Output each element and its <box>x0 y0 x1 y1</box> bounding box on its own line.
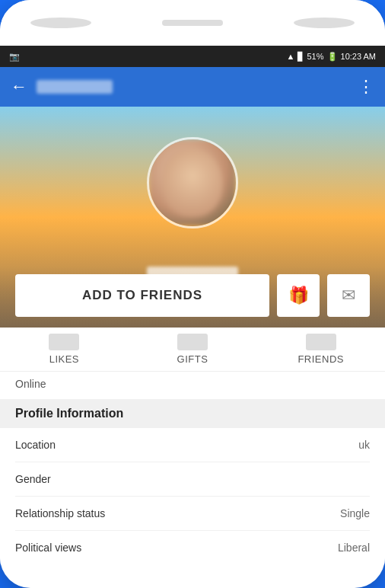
tab-friends-label: FRIENDS <box>298 353 344 365</box>
app-bar: ← ⋮ <box>0 67 385 107</box>
camera <box>294 18 355 28</box>
phone-top-hardware <box>0 0 385 46</box>
section-title: Profile Information <box>15 407 123 420</box>
gift-button[interactable]: 🎁 <box>277 274 320 317</box>
time-display: 10:23 AM <box>341 52 376 61</box>
info-rows: Location uk Gender Relationship status S… <box>0 428 385 564</box>
political-label: Political views <box>15 542 81 554</box>
gender-label: Gender <box>15 473 51 485</box>
avatar-face <box>162 149 223 217</box>
tab-gifts[interactable]: GIFTS <box>129 334 257 371</box>
online-status: Online <box>0 372 385 396</box>
table-row: Location uk <box>15 428 370 462</box>
more-options-button[interactable]: ⋮ <box>358 77 374 97</box>
avatar[interactable] <box>147 137 238 228</box>
phone-frame: 📷 ▲ ▊ 51% 🔋 10:23 AM ← ⋮ <box>0 0 385 588</box>
location-label: Location <box>15 439 56 451</box>
add-to-friends-button[interactable]: ADD TO FRIENDS <box>15 274 269 317</box>
status-left: 📷 <box>9 52 20 62</box>
avatar-image <box>149 139 236 226</box>
tab-likes-label: LIKES <box>49 353 79 365</box>
tab-likes[interactable]: LIKES <box>0 334 129 371</box>
action-buttons: ADD TO FRIENDS 🎁 ✉ <box>0 274 385 328</box>
app-bar-left: ← <box>11 77 113 97</box>
back-button[interactable]: ← <box>11 77 27 97</box>
status-right: ▲ ▊ 51% 🔋 10:23 AM <box>287 52 376 62</box>
status-bar: 📷 ▲ ▊ 51% 🔋 10:23 AM <box>0 46 385 67</box>
notification-icon: 📷 <box>9 52 20 62</box>
table-row: Relationship status Single <box>15 497 370 531</box>
username-display <box>37 80 113 94</box>
message-icon: ✉ <box>342 286 355 305</box>
political-value: Liberal <box>338 542 370 554</box>
table-row: Political views Liberal <box>15 531 370 564</box>
gift-icon: 🎁 <box>288 286 309 305</box>
message-button[interactable]: ✉ <box>327 274 370 317</box>
tabs-area: LIKES GIFTS FRIENDS <box>0 328 385 372</box>
location-value: uk <box>358 439 370 451</box>
gifts-icon-placeholder <box>177 334 208 350</box>
online-label: Online <box>15 378 46 390</box>
tab-gifts-label: GIFTS <box>177 353 208 365</box>
table-row: Gender <box>15 462 370 497</box>
friends-icon-placeholder <box>306 334 336 350</box>
wifi-icon: ▲ <box>287 52 295 61</box>
profile-cover: ADD TO FRIENDS 🎁 ✉ <box>0 107 385 328</box>
battery-icon: 🔋 <box>327 52 338 62</box>
likes-icon-placeholder <box>49 334 79 350</box>
battery-percent: 51% <box>307 52 323 61</box>
relationship-label: Relationship status <box>15 507 105 519</box>
speaker <box>162 20 223 26</box>
tab-friends[interactable]: FRIENDS <box>256 334 385 371</box>
relationship-value: Single <box>340 507 370 519</box>
sensor <box>30 18 91 28</box>
profile-info-section-header: Profile Information <box>0 399 385 428</box>
signal-icon: ▊ <box>298 52 304 62</box>
